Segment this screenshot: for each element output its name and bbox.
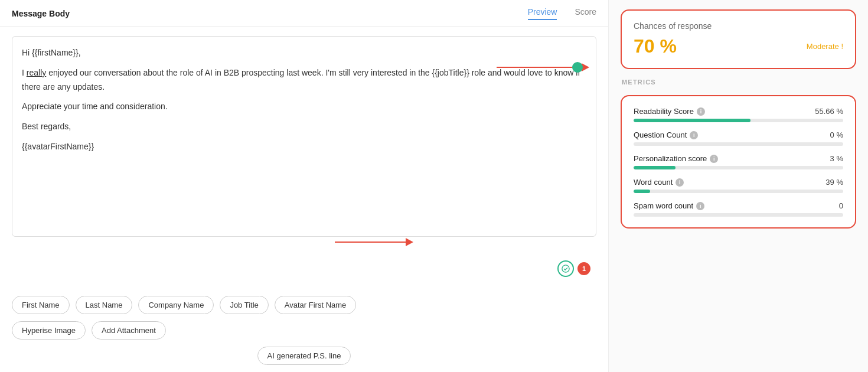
spam-info-icon[interactable]: i	[696, 202, 704, 210]
spam-progress-bg	[634, 213, 843, 217]
metrics-section-label: METRICS	[621, 79, 856, 86]
token-first-name[interactable]: First Name	[12, 296, 70, 314]
metric-spam: Spam word count i 0	[634, 201, 843, 217]
arrow-annotation-bottom	[335, 238, 413, 246]
metric-word-name: Word count i	[634, 178, 684, 187]
personalization-progress-fill	[634, 166, 676, 169]
metric-readability-name: Readability Score i	[634, 107, 705, 116]
metric-question-value: 0 %	[830, 130, 843, 139]
token-last-name[interactable]: Last Name	[76, 296, 133, 314]
response-card-title: Chances of response	[634, 21, 843, 31]
textarea-footer: 1	[557, 260, 590, 277]
metric-spam-name: Spam word count i	[634, 201, 704, 210]
message-line-body: I really enjoyed our conversation about …	[22, 66, 586, 94]
tab-score[interactable]: Score	[575, 7, 596, 20]
metric-question-count: Question Count i 0 %	[634, 130, 843, 146]
token-buttons-area: First Name Last Name Company Name Job Ti…	[0, 289, 608, 321]
question-info-icon[interactable]: i	[690, 131, 698, 139]
question-progress-bg	[634, 142, 843, 146]
metric-spam-value: 0	[839, 201, 843, 210]
metric-personalization-name: Personalization score i	[634, 154, 718, 163]
message-area-wrapper: Hi {{firstName}}, I really enjoyed our c…	[0, 27, 608, 289]
token-avatar-first-name[interactable]: Avatar First Name	[275, 296, 357, 314]
header-tabs: Preview Score	[528, 7, 596, 20]
svg-point-0	[562, 265, 569, 272]
word-count-progress-bg	[634, 190, 843, 193]
token-add-attachment[interactable]: Add Attachment	[92, 321, 166, 340]
tab-preview[interactable]: Preview	[528, 7, 557, 20]
metric-readability: Readability Score i 55.66 %	[634, 107, 843, 122]
metric-question-name: Question Count i	[634, 130, 698, 139]
metric-personalization-top: Personalization score i 3 %	[634, 154, 843, 163]
message-line-regards: Best regards,	[22, 120, 586, 134]
metric-personalization-value: 3 %	[830, 154, 843, 163]
right-panel: Chances of response 70 % Moderate ! METR…	[608, 0, 868, 372]
response-label: Moderate !	[807, 42, 843, 51]
message-body-label: Message Body	[12, 9, 70, 18]
token-ai-ps-line[interactable]: AI generated P.S. line	[257, 347, 351, 365]
metric-spam-top: Spam word count i 0	[634, 201, 843, 210]
error-badge: 1	[577, 262, 590, 275]
main-layout: Message Body Preview Score Hi {{firstNam…	[0, 0, 868, 372]
token-hyperise-image[interactable]: Hyperise Image	[12, 321, 86, 340]
metrics-section: Readability Score i 55.66 % Question Cou…	[621, 95, 856, 229]
metric-personalization: Personalization score i 3 %	[634, 154, 843, 169]
metric-readability-top: Readability Score i 55.66 %	[634, 107, 843, 116]
response-card: Chances of response 70 % Moderate !	[621, 9, 856, 69]
arrow-head-bottom	[406, 238, 413, 246]
token-buttons-row3: AI generated P.S. line	[0, 347, 608, 372]
response-card-body: 70 % Moderate !	[634, 35, 843, 57]
word-count-info-icon[interactable]: i	[676, 178, 684, 187]
metric-readability-value: 55.66 %	[815, 107, 843, 116]
word-count-progress-fill	[634, 190, 650, 193]
metric-word-value: 39 %	[825, 178, 843, 187]
message-line-avatar: {{avatarFirstName}}	[22, 140, 586, 154]
metric-question-top: Question Count i 0 %	[634, 130, 843, 139]
message-line-appreciate: Appreciate your time and consideration.	[22, 100, 586, 114]
arrow-line-bottom	[335, 242, 406, 243]
token-job-title[interactable]: Job Title	[220, 296, 268, 314]
metric-word-top: Word count i 39 %	[634, 178, 843, 187]
message-body-content[interactable]: Hi {{firstName}}, I really enjoyed our c…	[12, 36, 596, 237]
readability-progress-fill	[634, 119, 750, 122]
readability-progress-bg	[634, 119, 843, 122]
spell-check-icon[interactable]	[557, 260, 574, 277]
personalization-progress-bg	[634, 166, 843, 169]
left-panel: Message Body Preview Score Hi {{firstNam…	[0, 0, 608, 372]
message-line-greeting: Hi {{firstName}},	[22, 46, 586, 60]
response-percentage: 70 %	[634, 35, 677, 57]
personalization-info-icon[interactable]: i	[710, 155, 718, 163]
token-company-name[interactable]: Company Name	[138, 296, 214, 314]
metric-word-count: Word count i 39 %	[634, 178, 843, 193]
header-row: Message Body Preview Score	[0, 0, 608, 27]
readability-info-icon[interactable]: i	[697, 107, 705, 116]
token-buttons-row2: Hyperise Image Add Attachment	[0, 321, 608, 347]
